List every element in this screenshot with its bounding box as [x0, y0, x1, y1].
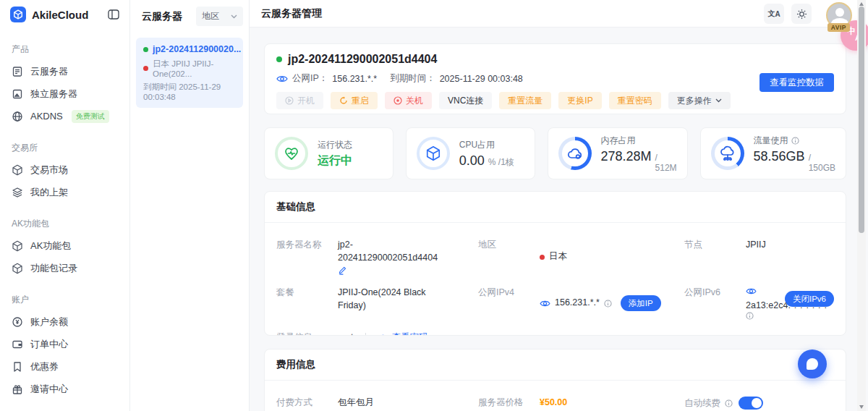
sidebar-collapse-icon[interactable]	[108, 9, 119, 20]
heartbeat-icon	[283, 145, 300, 162]
server-item-meta: 日本 JPIIJ JPIIJ-One(202...	[153, 59, 236, 78]
stat-card-status: 运行状态 运行中	[264, 127, 393, 179]
play-circle-icon	[285, 96, 294, 105]
edit-name-icon[interactable]	[338, 266, 446, 275]
sidebar-item-label: AK功能包	[30, 240, 71, 253]
vnc-button[interactable]: VNC连接	[439, 92, 492, 109]
stat-suffix: / 150GB	[809, 153, 835, 173]
sidebar-item-dedicated-server[interactable]: 独立服务器	[12, 82, 118, 105]
restart-icon	[339, 96, 348, 105]
chat-widget-button[interactable]	[798, 349, 827, 378]
field-plan: 套餐 JPIIJ-One(2024 Black Friday)	[276, 275, 478, 320]
stat-value: 278.28M	[601, 149, 652, 164]
field-ipv4: 公网IPv4 156.231.*.* 添加IP	[478, 275, 684, 320]
server-icon	[12, 66, 23, 77]
section-title: AK功能包	[12, 218, 118, 230]
field-login: 登录信息 root 查看密码	[276, 320, 834, 336]
view-monitor-button[interactable]: 查看监控数据	[760, 73, 834, 92]
cloud-network-icon	[719, 145, 736, 161]
cube-icon	[12, 240, 23, 252]
more-actions-button[interactable]: 更多操作	[668, 92, 731, 109]
app-window: AkileCloud 产品 云服务器 独立服务器 AKDNS 免费测试 交易所	[0, 0, 868, 411]
sidebar-item-ak-package[interactable]: AK功能包	[12, 234, 118, 257]
section-title: 产品	[12, 43, 118, 56]
stat-card-cpu: CPU占用 0.00% /1核	[406, 127, 535, 179]
view-password-link[interactable]: 查看密码	[378, 331, 428, 336]
stats-row: 运行状态 运行中 CPU占用 0.00% /1核	[264, 127, 846, 179]
stat-value: 运行中	[318, 153, 352, 169]
eye-icon[interactable]	[276, 75, 288, 83]
globe-icon	[12, 111, 23, 122]
sun-icon	[796, 9, 807, 20]
sidebar-item-label: 订单中心	[30, 338, 68, 351]
sidebar-item-my-listings[interactable]: 我的上架	[12, 181, 118, 203]
sidebar-section-account: 账户 账户余额 订单中心 优惠券 邀请中心	[0, 294, 129, 400]
status-dot-running	[276, 56, 282, 62]
memory-progress-ring	[558, 137, 592, 170]
cube-icon	[12, 263, 23, 274]
scroll-up-arrow[interactable]	[859, 2, 864, 6]
auto-renew-toggle[interactable]	[739, 397, 763, 410]
billing-card: 费用信息 付费方式 包年包月 服务器价格 ¥50.00	[264, 349, 846, 411]
chevron-down-icon	[715, 98, 722, 103]
region-value: 日本	[549, 250, 567, 263]
field-auto-renew: 自动续费	[684, 385, 834, 410]
stat-label: 内存占用	[601, 135, 677, 147]
sidebar-section-ak-packages: AK功能包 AK功能包 功能包记录	[0, 218, 129, 279]
stat-value: 58.56GB	[754, 149, 805, 164]
scrollbar-thumb[interactable]	[859, 7, 864, 233]
sidebar-item-package-records[interactable]: 功能包记录	[12, 257, 118, 279]
region-filter-select[interactable]: 地区	[196, 7, 243, 26]
region-dot	[540, 255, 545, 260]
sidebar-item-cloud-server[interactable]: 云服务器	[12, 60, 118, 82]
reset-traffic-button[interactable]: 重置流量	[499, 92, 551, 109]
cube-icon	[425, 145, 441, 161]
server-item-expire: 到期时间 2025-11-29 00:03:48	[143, 82, 236, 101]
stat-suffix: / 512M	[655, 153, 677, 173]
node-value: JPIIJ	[746, 239, 766, 275]
shutdown-button[interactable]: 关机	[385, 92, 432, 109]
expire-value: 2025-11-29 00:03:48	[440, 74, 523, 84]
balance-icon	[12, 316, 23, 328]
theme-toggle-button[interactable]	[791, 4, 812, 24]
sidebar-item-balance[interactable]: 账户余额	[12, 310, 118, 333]
field-pay-method: 付费方式 包年包月	[276, 385, 478, 410]
reboot-button[interactable]: 重启	[331, 92, 378, 109]
cloud-icon	[566, 146, 584, 161]
sidebar-item-akdns[interactable]: AKDNS 免费测试	[12, 105, 118, 127]
expire-label: 到期时间：	[390, 72, 435, 85]
sidebar-item-coupons[interactable]: 优惠券	[12, 355, 118, 378]
login-user-value: root	[338, 331, 354, 336]
eye-icon[interactable]	[540, 300, 550, 308]
server-list-item[interactable]: jp2-2024112900020... 日本 JPIIJ JPIIJ-One(…	[136, 38, 243, 108]
server-item-name: jp2-2024112900020...	[153, 44, 241, 54]
power-on-button[interactable]: 开机	[276, 92, 323, 109]
translate-icon: 文	[767, 9, 775, 19]
sidebar-section-products: 产品 云服务器 独立服务器 AKDNS 免费测试	[0, 43, 129, 127]
main-area: 云服务器管理 文A jp2-202411290002051d4404 公网IP：…	[250, 0, 868, 411]
sidebar-section-exchange: 交易所 交易市场 我的上架	[0, 142, 129, 203]
info-icon	[746, 312, 754, 320]
server-name-heading: jp2-202411290002051d4404	[288, 53, 437, 66]
sidebar-item-market[interactable]: 交易市场	[12, 158, 118, 181]
eye-icon[interactable]	[746, 287, 757, 295]
status-ring	[275, 137, 308, 170]
region-dot	[143, 66, 148, 71]
divider	[365, 333, 366, 336]
scroll-down-arrow[interactable]	[859, 405, 864, 409]
stat-label: 流量使用	[754, 135, 788, 147]
reset-password-button[interactable]: 重置密码	[609, 92, 661, 109]
change-ip-button[interactable]: 更换IP	[558, 92, 601, 109]
sidebar-item-orders[interactable]: 订单中心	[12, 333, 118, 355]
sidebar-item-label: 优惠券	[30, 360, 59, 373]
sidebar-item-invite[interactable]: 邀请中心	[12, 378, 118, 400]
close-ipv6-button[interactable]: 关闭IPv6	[785, 291, 834, 307]
language-switch-button[interactable]: 文A	[764, 4, 784, 24]
section-title: 账户	[12, 294, 118, 306]
basic-info-card: 基础信息 服务器名称 jp2-202411290002051d4404	[264, 191, 846, 336]
sidebar-item-label: 独立服务器	[30, 88, 77, 101]
page-scrollbar[interactable]	[857, 0, 866, 411]
sidebar-item-label: 交易市场	[30, 164, 68, 177]
stat-suffix: % /1核	[488, 156, 514, 169]
add-ip-button[interactable]: 添加IP	[621, 295, 661, 311]
